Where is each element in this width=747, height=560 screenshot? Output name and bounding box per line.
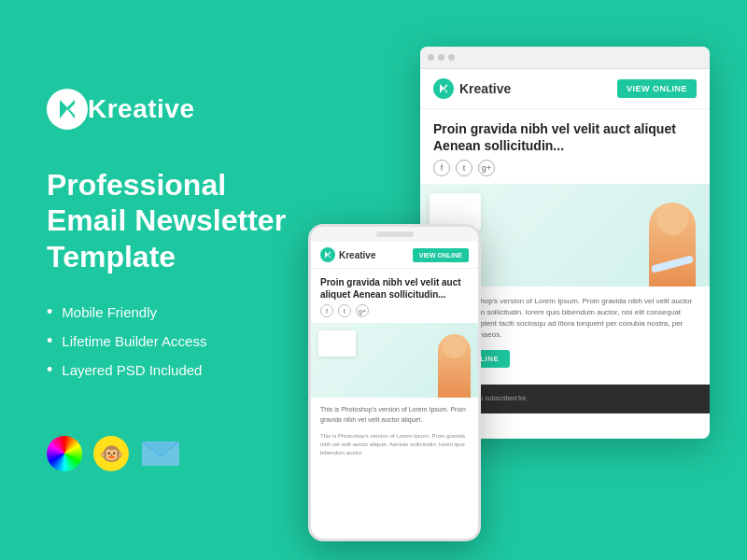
browser-dot-3 [448,54,455,61]
mobile-hero-title: Proin gravida nibh vel velit auct alique… [311,269,478,304]
googleplus-icon: g+ [478,160,495,176]
mobile-logo-icon [320,247,335,262]
headline: Professional Email Newsletter Template [47,167,327,274]
mobile-view-online-button[interactable]: VIEW ONLINE [413,248,469,262]
mobile-body-text: This is Photoshop's version of Lorem Ips… [311,398,478,432]
desktop-social-icons: f t g+ [420,160,710,184]
mobile-mockup: Kreative VIEW ONLINE Proin gravida nibh … [308,224,481,541]
headline-line1: Professional [47,168,226,202]
features-list: Mobile Friendly Lifetime Builder Access … [47,302,327,389]
mobile-social-icons: f t g+ [311,304,478,323]
mobile-logo-text: Kreative [339,250,375,260]
mobile-notch-bar [311,227,478,242]
mobile-facebook-icon: f [320,304,333,317]
email-header: Kreative VIEW ONLINE [420,69,710,109]
headline-line3: Template [47,240,176,273]
mobile-googleplus-icon: g+ [356,304,369,317]
mobile-notch [376,231,414,237]
facebook-icon: f [433,160,450,176]
mobile-body-text-small: This is Photoshop's version of Lorem Ips… [311,432,478,465]
mailchimp-icon: 🐵 [93,436,129,471]
feature-item-1: Mobile Friendly [47,302,327,322]
mobile-twitter-icon: t [338,304,351,317]
browser-bar [420,47,710,69]
browser-dot-2 [438,54,444,61]
mobile-logo-area: Kreative [320,247,375,262]
email-logo-icon [433,78,454,99]
feature-item-3: Layered PSD Included [47,360,327,380]
headline-line2: Email Newsletter [47,203,286,237]
desktop-hero-title: Proin gravida nibh vel velit auct alique… [420,109,710,160]
logo-area: Kreative [47,89,327,130]
twitter-icon: t [456,160,472,176]
feature-item-2: Lifetime Builder Access [47,331,327,351]
colorwheel-icon [47,436,82,471]
integrations-row: 🐵 [47,436,327,471]
mobile-email-header: Kreative VIEW ONLINE [311,242,478,269]
main-container: Kreative Professional Email Newsletter T… [0,0,747,560]
right-panel: Kreative VIEW ONLINE Proin gravida nibh … [327,37,700,523]
left-panel: Kreative Professional Email Newsletter T… [47,89,327,471]
browser-dot-1 [428,54,434,61]
email-logo-text: Kreative [459,81,511,96]
email-logo-small: Kreative [433,78,511,99]
view-online-button[interactable]: VIEW ONLINE [617,79,697,98]
mobile-hero-image [311,323,478,398]
email-icon [140,438,181,469]
kreative-logo-icon [47,89,88,130]
logo-text: Kreative [88,94,195,124]
